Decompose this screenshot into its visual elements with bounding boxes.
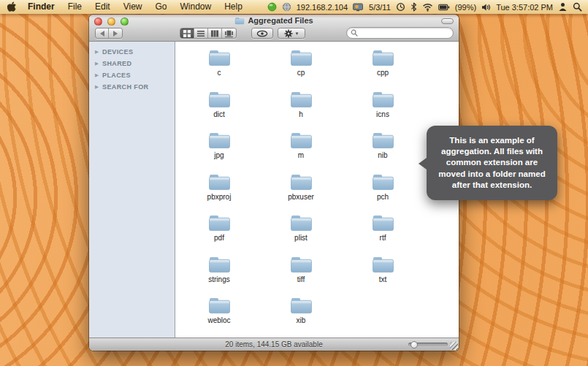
sidebar-section-search-for[interactable]: ▶SEARCH FOR (89, 81, 175, 93)
toolbar-toggle-button[interactable] (441, 18, 454, 24)
folder-icon (371, 255, 395, 274)
folder-item[interactable]: nib (342, 128, 424, 169)
time-machine-icon[interactable] (396, 2, 405, 12)
folder-item[interactable]: h (260, 87, 342, 129)
sidebar-section-places[interactable]: ▶PLACES (89, 69, 175, 81)
sidebar-section-label: PLACES (102, 72, 131, 79)
folder-icon (371, 213, 395, 232)
menu-bar-status: 192.168.2.104 5/3/11 (99%) Tue 3:57:02 P… (267, 2, 582, 12)
user-icon[interactable] (558, 2, 568, 12)
clock-menu[interactable]: Tue 3:57:02 PM (496, 3, 553, 12)
bluetooth-icon[interactable] (411, 2, 417, 12)
folder-item[interactable]: xib (260, 293, 342, 335)
menu-item-view[interactable]: View (117, 1, 149, 12)
globe-icon[interactable] (282, 2, 291, 12)
disclosure-triangle-icon[interactable]: ▶ (95, 72, 99, 78)
folder-label: dict (213, 110, 225, 118)
disclosure-triangle-icon[interactable]: ▶ (95, 61, 99, 66)
quicklook-button[interactable] (251, 28, 273, 39)
folder-item[interactable]: m (260, 128, 342, 169)
window-title-text: Aggregated Files (248, 16, 313, 25)
back-icon (100, 31, 104, 37)
display-icon[interactable] (353, 3, 364, 12)
folder-icon (371, 90, 395, 109)
folder-item[interactable]: tiff (260, 252, 342, 294)
folder-icon (207, 90, 232, 109)
folder-label: pch (377, 193, 389, 201)
menu-item-finder[interactable]: Finder (21, 1, 61, 12)
folder-label: txt (379, 275, 387, 283)
green-orb-icon[interactable] (267, 2, 277, 12)
menu-item-go[interactable]: Go (149, 1, 174, 12)
view-mode-control (180, 28, 237, 39)
icon-view-button[interactable] (180, 28, 194, 38)
folder-item[interactable]: dict (178, 87, 260, 129)
folder-label: pbxuser (288, 193, 314, 201)
folder-icon (289, 131, 313, 150)
folder-label: plist (294, 234, 308, 242)
folder-grid: ccpcppdicthicnsjpgmnibpbxprojpbxuserpchp… (178, 45, 459, 335)
folder-item[interactable]: webloc (178, 293, 260, 335)
disclosure-triangle-icon[interactable]: ▶ (95, 84, 99, 90)
action-menu-button[interactable]: ▼ (278, 28, 305, 39)
menu-item-edit[interactable]: Edit (88, 1, 117, 12)
battery-percent[interactable]: (99%) (455, 3, 476, 12)
folder-label: jpg (214, 151, 224, 159)
date-menu[interactable]: 5/3/11 (369, 3, 391, 12)
icon-size-slider[interactable] (408, 343, 448, 346)
sidebar-section-label: SEARCH FOR (102, 83, 149, 91)
list-view-button[interactable] (194, 28, 208, 38)
wifi-icon[interactable] (422, 3, 433, 12)
folder-icon (371, 131, 395, 150)
slider-knob[interactable] (411, 341, 418, 348)
menu-item-file[interactable]: File (61, 1, 88, 12)
folder-item[interactable]: plist (260, 210, 342, 252)
folder-item[interactable]: c (178, 45, 260, 87)
gear-icon (284, 29, 293, 38)
folder-label: strings (208, 275, 229, 283)
volume-icon[interactable] (481, 3, 491, 12)
search-input[interactable] (346, 27, 454, 39)
apple-menu[interactable] (6, 1, 21, 12)
forward-button[interactable] (109, 28, 122, 38)
folder-icon (289, 255, 313, 274)
spotlight-icon[interactable] (573, 2, 582, 12)
folder-item[interactable]: cp (260, 45, 342, 87)
ip-address[interactable]: 192.168.2.104 (297, 3, 348, 12)
menu-bar: FinderFileEditViewGoWindowHelp 192.168.2… (0, 0, 588, 14)
folder-item[interactable]: strings (178, 252, 260, 294)
folder-item[interactable]: pbxproj (178, 169, 260, 211)
folder-item[interactable]: pbxuser (260, 169, 342, 211)
folder-icon (207, 213, 232, 232)
folder-label: tiff (297, 275, 305, 283)
folder-icon (207, 296, 232, 315)
battery-icon[interactable] (438, 4, 450, 11)
window-header[interactable]: Aggregated Files ▼ (89, 15, 459, 42)
menu-item-window[interactable]: Window (174, 1, 218, 12)
folder-item[interactable]: pch (342, 169, 424, 211)
coverflow-view-icon (225, 30, 233, 37)
menu-item-help[interactable]: Help (218, 1, 249, 12)
folder-icon (207, 131, 232, 150)
sidebar-section-devices[interactable]: ▶DEVICES (89, 46, 175, 58)
folder-item[interactable]: rtf (342, 210, 424, 252)
status-bar: 20 items, 144.15 GB available (89, 338, 459, 351)
folder-item[interactable]: cpp (342, 45, 424, 87)
column-view-button[interactable] (208, 28, 222, 38)
sidebar-section-shared[interactable]: ▶SHARED (89, 58, 175, 69)
folder-item[interactable]: jpg (178, 128, 260, 169)
back-button[interactable] (96, 28, 109, 38)
folder-label: cp (297, 69, 305, 77)
folder-item[interactable]: pdf (178, 210, 260, 252)
folder-label: rtf (380, 234, 386, 242)
coverflow-view-button[interactable] (222, 28, 236, 38)
folder-item[interactable]: icns (342, 87, 424, 129)
disclosure-triangle-icon[interactable]: ▶ (95, 49, 99, 55)
folder-label: webloc (207, 316, 230, 324)
forward-icon (113, 31, 118, 37)
folder-label: pdf (214, 234, 224, 242)
folder-label: xib (297, 316, 306, 324)
folder-item[interactable]: txt (342, 252, 424, 294)
sidebar-section-label: SHARED (102, 60, 131, 67)
resize-grip[interactable] (450, 342, 458, 350)
